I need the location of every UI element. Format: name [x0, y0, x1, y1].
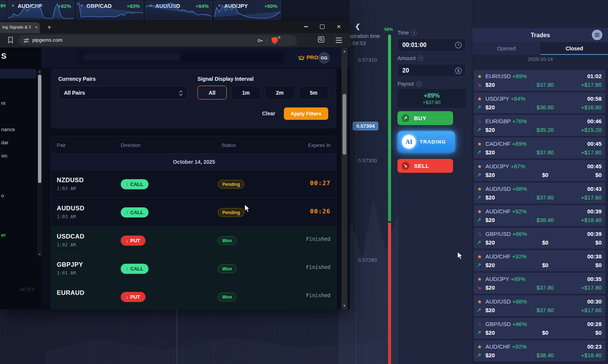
url-text[interactable]: pipgems.com [32, 37, 62, 43]
interval-button[interactable]: All [197, 86, 227, 100]
panel-collapse-icon[interactable]: ❮ [355, 23, 360, 30]
apply-filters-button[interactable]: Apply Filters [284, 107, 328, 120]
favorite-star-icon[interactable] [477, 208, 482, 214]
pro-label: PRO [306, 54, 318, 60]
pair-select[interactable]: All Pairs [58, 86, 188, 100]
interval-button[interactable]: 5m [299, 86, 328, 100]
window-scrollbar[interactable] [341, 48, 347, 309]
help-icon[interactable] [411, 30, 417, 36]
pair-tab[interactable]: AUD/JPY +60% [214, 1, 281, 20]
trade-row[interactable]: AUD/CHF +92% 00:38 $20 $0 $0 [474, 250, 605, 271]
trade-row[interactable]: AUD/CHF +92% 00:39 $20 $38.40 +$18.40 [474, 205, 605, 226]
trade-stake: $20 [485, 329, 495, 336]
trade-row[interactable]: EUR/USD +89% 01:02 $20 $37.80 +$17.80 [474, 70, 605, 91]
favorite-star-icon[interactable] [477, 118, 482, 124]
pair-tab[interactable]: GBP/CAD +83% [76, 1, 143, 20]
trade-row[interactable]: AUD/JPY +87% 00:45 $20 $0 $0 [474, 160, 605, 181]
sidebar-item[interactable]: nt [1, 100, 5, 106]
interval-button[interactable]: 1m [231, 86, 261, 100]
trade-row[interactable]: CAD/CHF +89% 00:45 $20 $37.80 +$17.80 [474, 137, 605, 159]
favorite-star-icon[interactable] [477, 163, 482, 169]
time-label: Time [397, 30, 417, 36]
sidebar-item[interactable]: er [1, 232, 6, 238]
help-icon[interactable] [416, 81, 422, 87]
trades-tab[interactable]: Closed [540, 42, 608, 55]
pair-tab-change: 9% [0, 3, 6, 9]
dollar-icon[interactable]: $ [455, 67, 462, 74]
signal-row[interactable]: EURAUD PUT Won Finished [51, 283, 337, 309]
address-bar[interactable]: pipgems.com 6 [18, 35, 297, 46]
trade-row[interactable]: USD/JPY +84% 00:58 $20 $36.80 +$16.80 [474, 92, 605, 113]
trade-row[interactable]: AUD/USD +88% 00:30 $20 $37.60 +$17.60 [474, 295, 605, 316]
sidebar-item[interactable]: o [1, 193, 4, 198]
favorite-star-icon[interactable] [477, 96, 482, 102]
signal-row[interactable]: USDCAD 1:02 AM PUT Won Finished [51, 227, 337, 255]
arrow-up-right-icon [402, 114, 409, 122]
password-key-icon[interactable] [257, 38, 264, 44]
help-icon[interactable] [418, 56, 423, 61]
brave-shield-icon[interactable]: 6 [271, 36, 280, 45]
trade-row[interactable]: GBP/USD +86% 00:39 $20 $0 $0 [474, 228, 605, 249]
trade-close-time: 00:23 [587, 343, 602, 350]
favorite-star-icon[interactable] [477, 344, 482, 350]
scroll-up-icon[interactable] [341, 49, 347, 53]
trade-stake: $20 [485, 127, 495, 133]
interval-button[interactable]: 2m [265, 86, 294, 100]
window-close-button[interactable] [331, 21, 347, 33]
signal-row[interactable]: NZDUSD 1:03 AM CALL Pending 00:27 [51, 170, 337, 198]
user-avatar[interactable]: GG [318, 52, 330, 63]
trade-row[interactable]: EUR/GBP +76% 00:46 $20 $35.20 +$15.20 [474, 115, 605, 136]
pair-tab[interactable]: AUD/USD +84% [145, 1, 212, 20]
bookmark-icon[interactable] [8, 36, 14, 44]
search-tabs-icon[interactable] [318, 36, 324, 43]
payout-label: Payout [397, 81, 422, 87]
trade-direction-icon [477, 329, 481, 335]
sidebar-item-selected[interactable] [0, 69, 36, 79]
amount-input[interactable]: 20 $ [397, 64, 466, 77]
buy-button[interactable]: BUY [397, 111, 453, 125]
trade-row[interactable]: AUD/CHF +92% 00:23 $20 $38.40 +$18.40 [474, 340, 605, 361]
new-tab-button[interactable] [44, 23, 54, 32]
favorite-star-icon[interactable] [477, 186, 482, 192]
signal-row[interactable]: AUDUSD 1:03 AM CALL Pending 00:26 [51, 198, 337, 227]
trades-list-view-button[interactable] [592, 30, 602, 40]
trade-payout-amount: $0 [526, 329, 564, 336]
clock-icon[interactable] [455, 41, 462, 49]
favorite-star-icon[interactable] [477, 231, 482, 237]
scrollbar-thumb[interactable] [38, 75, 41, 183]
window-maximize-button[interactable] [314, 21, 331, 33]
clear-button[interactable]: Clear [262, 110, 275, 116]
scrollbar-thumb[interactable] [343, 94, 346, 155]
favorite-star-icon[interactable] [477, 141, 482, 147]
trade-row[interactable]: GBP/USD +86% 00:28 $20 $0 $0 [474, 318, 605, 339]
favorite-star-icon[interactable] [477, 73, 482, 79]
trade-pair: AUD/JPY [485, 276, 509, 282]
ai-trading-button[interactable]: AI TRADING [398, 131, 455, 153]
window-minimize-button[interactable] [297, 21, 314, 33]
trade-row[interactable]: AUD/USD +88% 00:43 $20 $37.60 +$17.60 [474, 183, 605, 204]
pair-tab-partial[interactable]: 9% [0, 1, 6, 20]
trade-payout-amount: $38.40 [526, 352, 564, 358]
favorite-star-icon[interactable] [477, 254, 482, 260]
browser-tab[interactable]: ing Signals & S [0, 22, 40, 33]
favorite-star-icon[interactable] [477, 299, 482, 305]
scroll-down-icon[interactable] [341, 304, 347, 308]
sell-button[interactable]: SELL [397, 159, 453, 173]
favorite-star-icon[interactable] [477, 276, 482, 282]
sidebar-item[interactable]: nance [1, 127, 15, 132]
signal-row[interactable]: GBPJPY 1:01 AM CALL Won Finished [51, 255, 337, 283]
favorite-star-icon[interactable] [477, 321, 482, 327]
time-input[interactable]: 00:01:00 [397, 38, 466, 51]
trade-row[interactable]: AUD/JPY +89% 00:35 $20 $37.80 +$17.80 [474, 273, 605, 294]
pair-tab[interactable]: AUD/CHF +82% [8, 1, 74, 20]
site-settings-icon[interactable] [23, 38, 29, 44]
trade-payout-amount: $0 [526, 239, 564, 246]
browser-menu-icon[interactable] [336, 38, 342, 38]
trade-stake: $20 [485, 352, 495, 358]
tab-close-icon[interactable] [35, 25, 38, 30]
sidebar-item[interactable]: dar [1, 140, 9, 145]
trades-tab[interactable]: Opened [472, 42, 540, 55]
pair-tab-sparkline [146, 1, 212, 20]
sidebar-item[interactable]: sis [1, 153, 8, 159]
trade-pair-line: GBP/USD +86% [485, 231, 527, 237]
